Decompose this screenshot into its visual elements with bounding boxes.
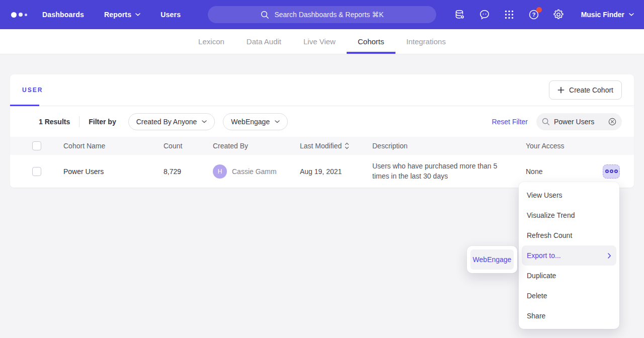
export-submenu: WebEngage: [467, 246, 517, 273]
results-count: 1 Results: [39, 118, 70, 126]
apps-grid-icon[interactable]: [503, 9, 515, 21]
col-count: Count: [164, 142, 213, 150]
messages-icon[interactable]: [478, 9, 491, 21]
chevron-down-icon: [202, 120, 207, 123]
reset-filter-link[interactable]: Reset Filter: [492, 118, 528, 126]
menu-item-duplicate[interactable]: Duplicate: [522, 266, 616, 286]
menu-item-refresh-count[interactable]: Refresh Count: [522, 225, 616, 245]
user-section-tab[interactable]: USER: [22, 87, 43, 94]
create-cohort-button[interactable]: Create Cohort: [549, 80, 622, 100]
mixpanel-logo-icon[interactable]: [11, 12, 27, 18]
project-switcher[interactable]: Music Finder: [581, 11, 634, 19]
global-search-input[interactable]: Search Dashboards & Reports ⌘K: [208, 6, 436, 23]
tab-live-view[interactable]: Live View: [292, 29, 347, 54]
cohort-search-input[interactable]: [554, 118, 600, 126]
menu-item-export-to[interactable]: Export to...: [522, 245, 616, 266]
created-by-cell: H Cassie Gamm: [213, 164, 300, 179]
last-modified-cell: Aug 19, 2021: [300, 167, 372, 176]
nav-dashboards[interactable]: Dashboards: [42, 11, 84, 19]
menu-item-view-users[interactable]: View Users: [522, 185, 616, 205]
data-management-icon[interactable]: [454, 9, 466, 21]
count-cell: 8,729: [164, 167, 213, 176]
nav-users[interactable]: Users: [160, 11, 181, 19]
chevron-down-icon: [275, 120, 280, 123]
active-tab-underline: [10, 105, 39, 106]
top-navigation: Dashboards Reports Users Search Dashboar…: [0, 0, 644, 29]
select-all-checkbox[interactable]: [32, 141, 41, 150]
col-last-modified[interactable]: Last Modified: [300, 142, 372, 150]
submenu-item-webengage[interactable]: WebEngage: [470, 249, 514, 270]
topnav-actions: ? Music Finder: [454, 9, 634, 21]
nav-reports[interactable]: Reports: [104, 11, 140, 19]
tab-data-audit[interactable]: Data Audit: [235, 29, 292, 54]
settings-gear-icon[interactable]: [552, 9, 565, 21]
sort-icon: [345, 142, 349, 149]
menu-item-visualize-trend[interactable]: Visualize Trend: [522, 205, 616, 225]
access-cell: None: [526, 167, 603, 176]
row-checkbox[interactable]: [32, 167, 41, 176]
secondary-tabbar: Lexicon Data Audit Live View Cohorts Int…: [0, 29, 644, 54]
cohorts-card: USER Create Cohort 1 Results Filter by C…: [10, 74, 634, 188]
tab-cohorts[interactable]: Cohorts: [347, 29, 395, 54]
menu-item-share[interactable]: Share: [522, 306, 616, 326]
filter-by-label: Filter by: [89, 118, 116, 126]
primary-nav: Dashboards Reports Users: [42, 11, 181, 19]
filter-bar: 1 Results Filter by Created By Anyone We…: [10, 106, 634, 137]
cohort-search-box: [536, 113, 622, 130]
chevron-down-icon: [629, 13, 634, 16]
col-created-by: Created By: [213, 142, 300, 150]
plus-icon: [557, 87, 565, 94]
description-cell: Users who have purchased more than 5 tim…: [372, 161, 526, 182]
divider: [79, 116, 79, 127]
tab-lexicon[interactable]: Lexicon: [187, 29, 235, 54]
search-icon: [541, 117, 550, 126]
avatar: H: [213, 164, 227, 179]
search-icon: [260, 10, 269, 19]
tab-integrations[interactable]: Integrations: [395, 29, 457, 54]
created-by-filter-dropdown[interactable]: Created By Anyone: [128, 113, 215, 130]
webengage-filter-dropdown[interactable]: WebEngage: [223, 113, 288, 130]
clear-search-icon[interactable]: [608, 117, 617, 126]
row-more-actions-button[interactable]: [603, 164, 620, 179]
col-cohort-name: Cohort Name: [63, 142, 164, 150]
notification-badge: [536, 7, 542, 13]
chevron-right-icon: [608, 253, 611, 259]
help-icon[interactable]: ?: [528, 9, 540, 21]
chevron-down-icon: [135, 13, 140, 16]
menu-item-delete[interactable]: Delete: [522, 286, 616, 306]
card-header: USER Create Cohort: [10, 74, 634, 106]
col-your-access: Your Access: [526, 142, 603, 150]
table-header: Cohort Name Count Created By Last Modifi…: [10, 137, 634, 155]
svg-text:?: ?: [532, 12, 535, 18]
col-description: Description: [372, 142, 526, 150]
cohort-name-cell[interactable]: Power Users: [63, 167, 164, 176]
row-context-menu: View Users Visualize Trend Refresh Count…: [519, 182, 619, 329]
